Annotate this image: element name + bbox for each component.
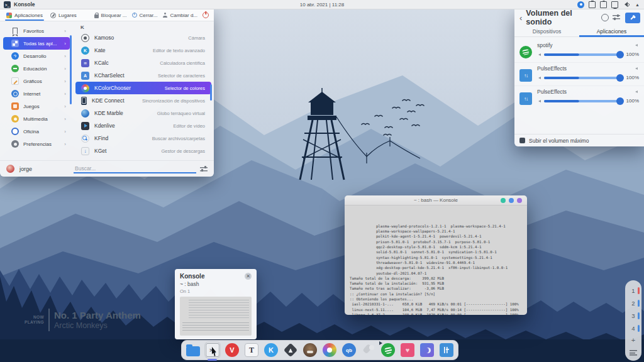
app-kde-marble[interactable]: KDE Marble Globo terráqueo virtual <box>75 107 211 119</box>
pager-menu-icon[interactable] <box>630 350 637 356</box>
power-icon[interactable] <box>203 12 209 18</box>
category-graficos[interactable]: Gráficos › <box>3 75 70 87</box>
category-multimedia[interactable]: Multimedia › <box>3 112 70 125</box>
close-button[interactable] <box>517 198 522 203</box>
back-chevron-icon[interactable]: ‹ <box>519 14 522 22</box>
tray-icon-clipboard[interactable] <box>589 1 596 8</box>
slider-handle[interactable] <box>616 97 624 105</box>
app-kfind[interactable]: KFind Buscar archivos/carpetas <box>75 132 211 145</box>
terminal-line: :: ¿Continuar con la instalación? [S/n] <box>350 292 522 297</box>
stream-app-name: spotify <box>537 42 553 48</box>
section-header: K <box>73 23 214 31</box>
user-name[interactable]: jorge <box>19 166 69 172</box>
shutdown-button[interactable]: Cerrar... <box>132 13 158 18</box>
dock-item-kcolorchooser[interactable] <box>322 343 337 358</box>
pager-desktop-desktop-1[interactable]: 1 <box>625 285 641 296</box>
app-icon <box>81 134 89 143</box>
search-input[interactable] <box>74 165 196 173</box>
app-kamoso[interactable]: Kamoso Cámara <box>75 31 211 44</box>
volume-value: 100% <box>625 98 639 104</box>
mute-icon[interactable] <box>537 100 541 102</box>
app-icon <box>81 72 89 80</box>
mixer-settings-icon[interactable] <box>613 14 621 21</box>
dock-app-icon <box>440 343 453 357</box>
app-kcharselect[interactable]: KCharSelect Selector de caracteres <box>75 69 211 82</box>
lock-button[interactable]: Bloquear ... <box>94 13 127 18</box>
dock-item-qbittorrent[interactable] <box>341 343 357 358</box>
dock-item-dolphin[interactable] <box>186 343 201 358</box>
tray-icon-expand[interactable]: ▲ <box>634 1 641 8</box>
raise-max-volume-checkbox[interactable] <box>519 138 525 143</box>
category-label: Educación <box>23 66 47 72</box>
dock-item-gray-tool[interactable] <box>361 343 376 358</box>
dock-item-gimp[interactable] <box>303 343 318 358</box>
dock-item-inkscape[interactable] <box>283 343 298 358</box>
category-todas-las-aplicaciones[interactable]: Todas las apl... › <box>3 37 70 50</box>
switch-user-button[interactable]: Cambiar d... <box>162 13 197 18</box>
pin-button[interactable] <box>625 13 640 23</box>
volume-slider[interactable] <box>544 53 622 56</box>
top-panel: >_ Konsole 10 abr. 2021 | 11:28 ▲ <box>0 0 644 9</box>
app-icon <box>81 147 89 155</box>
category-preferencias[interactable]: Preferencias › <box>3 138 70 150</box>
category-internet[interactable]: Internet › <box>3 87 70 100</box>
dock-app-icon <box>420 343 434 357</box>
chevron-right-icon: › <box>64 116 66 122</box>
app-kate[interactable]: Kate Editor de texto avanzado <box>75 44 211 57</box>
app-kget[interactable]: KGet Gestor de descargas <box>75 145 211 157</box>
emoji-icon[interactable] <box>601 14 609 21</box>
pager-desktop-desktop-3[interactable]: 3 <box>625 310 641 321</box>
mute-icon[interactable] <box>537 53 541 56</box>
category-scrollbar[interactable] <box>70 35 72 104</box>
terminal-output[interactable]: plasma-wayland-protocols-1.2.1-1 plasma-… <box>345 206 527 315</box>
app-kdenlive[interactable]: Kdenlive Editor de vídeo <box>75 119 211 132</box>
category-educacion[interactable]: Educación › <box>3 62 70 75</box>
pager-desktop-desktop-4[interactable]: 4 <box>625 323 641 334</box>
volume-slider[interactable] <box>544 77 622 79</box>
dock-item-night-app[interactable] <box>419 343 435 358</box>
category-favoritos[interactable]: Favoritos › <box>3 25 70 37</box>
tab-aplicaciones-volume[interactable]: Aplicaciones <box>579 26 644 36</box>
konsole-titlebar[interactable]: ~ : bash — Konsole <box>345 195 527 206</box>
volume-slider[interactable] <box>544 100 622 102</box>
volume-popup-title: Volumen del sonido <box>526 9 597 26</box>
app-kcalc[interactable]: KCalc Calculadora científica <box>75 57 211 69</box>
chevron-right-icon: › <box>64 104 66 109</box>
slider-handle[interactable] <box>616 51 624 58</box>
tab-lugares[interactable]: Lugares <box>47 9 80 21</box>
tray-icon-volume[interactable] <box>623 1 630 8</box>
tray-icon-indicator-app[interactable] <box>577 1 584 8</box>
dock-item-krita[interactable] <box>264 343 279 358</box>
slider-handle[interactable] <box>616 74 624 82</box>
clock[interactable]: 10 abr. 2021 | 11:28 <box>0 2 644 8</box>
pager-desktop-desktop-2[interactable]: 2 <box>625 298 641 309</box>
category-desarrollo[interactable]: Desarrollo › <box>3 50 70 62</box>
app-kcolorchooser[interactable]: KColorChooser Selector de colores <box>75 82 211 94</box>
dock-item-spotify[interactable] <box>380 343 396 358</box>
maximize-button[interactable] <box>509 198 514 203</box>
terminal-line: solid-5.81.0-1 sonnet-5.81.0-1 syndicati… <box>350 250 522 255</box>
tab-dispositivos[interactable]: Dispositivos <box>514 26 579 36</box>
add-desktop-button[interactable]: + <box>631 336 635 344</box>
close-icon[interactable]: ✕ <box>245 273 252 280</box>
minimize-button[interactable] <box>501 198 506 203</box>
dock-item-pulseeffects[interactable] <box>439 343 454 358</box>
category-icon <box>11 52 19 60</box>
search-options-icon[interactable] <box>200 166 208 172</box>
tray-icon-display[interactable] <box>611 1 618 8</box>
mute-icon[interactable] <box>537 77 541 79</box>
tab-aplicaciones[interactable]: Aplicaciones <box>3 9 47 21</box>
user-avatar[interactable] <box>6 165 14 173</box>
track-artist: Arctic Monkeys <box>54 321 141 330</box>
app-icon <box>81 109 89 118</box>
dock-app-icon <box>303 343 317 357</box>
category-oficina[interactable]: Oficina › <box>3 125 70 138</box>
dock-item-heart-app[interactable] <box>400 343 415 358</box>
dock-item-vivaldi[interactable] <box>225 343 240 358</box>
app-list-scrollbar[interactable] <box>210 84 212 101</box>
tray-icon-battery[interactable] <box>600 1 607 8</box>
app-kde-connect[interactable]: KDE Connect Sincronización de dispositiv… <box>75 94 211 107</box>
category-juegos[interactable]: Juegos › <box>3 100 70 112</box>
dock-item-text-editor[interactable] <box>244 343 259 358</box>
window-thumbnail[interactable] <box>180 297 252 336</box>
